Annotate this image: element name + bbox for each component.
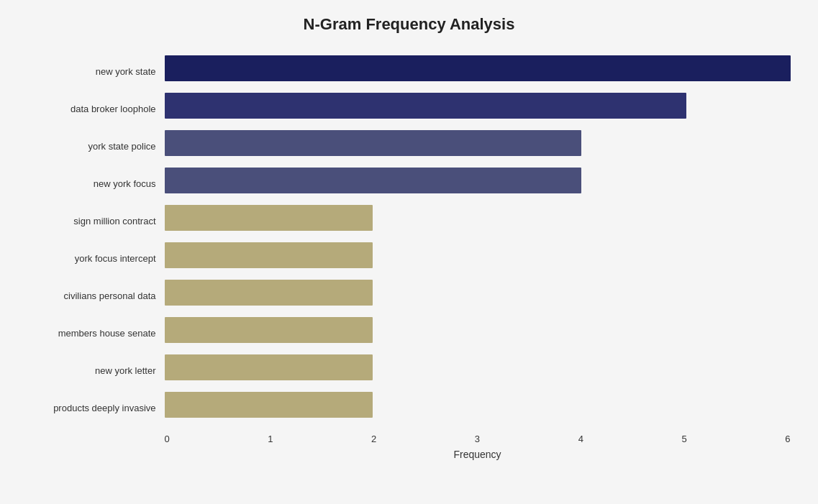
x-axis-area: 0123456 Frequency (165, 434, 791, 460)
bar-row: york state police (28, 130, 791, 162)
bar-label: new york letter (28, 365, 165, 376)
bar-label: new york state (28, 66, 165, 77)
bar-track (165, 55, 791, 87)
bar-row: new york focus (28, 168, 791, 199)
x-axis-ticks: 0123456 (165, 434, 791, 444)
bar-fill (165, 354, 373, 380)
bar-label: new york focus (28, 178, 165, 189)
bar-track (165, 168, 791, 199)
bar-track (165, 242, 791, 274)
bar-track (165, 93, 791, 124)
x-tick: 6 (785, 434, 790, 444)
bar-label: sign million contract (28, 216, 165, 226)
x-tick: 0 (165, 434, 170, 444)
bar-fill (165, 93, 686, 119)
bar-track (165, 392, 791, 423)
bar-row: new york state (28, 55, 791, 87)
bar-row: civilians personal data (28, 280, 791, 311)
bar-label: products deeply invasive (28, 403, 165, 413)
bar-label: data broker loophole (28, 104, 165, 114)
chart-container: N-Gram Frequency Analysis new york state… (14, 1, 805, 503)
bar-fill (165, 242, 373, 268)
chart-title: N-Gram Frequency Analysis (28, 15, 791, 34)
bar-row: new york letter (28, 354, 791, 386)
bar-fill (165, 130, 582, 156)
bar-row: products deeply invasive (28, 392, 791, 423)
bar-label: york focus intercept (28, 253, 165, 264)
bar-row: members house senate (28, 317, 791, 349)
bar-track (165, 280, 791, 311)
bar-label: york state police (28, 141, 165, 152)
bar-fill (165, 55, 791, 81)
bar-row: data broker loophole (28, 93, 791, 124)
bar-track (165, 205, 791, 237)
bar-row: sign million contract (28, 205, 791, 237)
bar-fill (165, 317, 373, 343)
bar-track (165, 317, 791, 349)
bar-label: members house senate (28, 328, 165, 339)
chart-area: new york statedata broker loopholeyork s… (28, 55, 791, 429)
bar-fill (165, 280, 373, 306)
bar-row: york focus intercept (28, 242, 791, 274)
bar-fill (165, 392, 373, 418)
x-tick: 4 (578, 434, 583, 444)
x-axis-label: Frequency (165, 449, 791, 460)
bar-fill (165, 205, 373, 231)
x-tick: 3 (475, 434, 480, 444)
bar-fill (165, 168, 582, 193)
x-tick: 1 (268, 434, 273, 444)
x-tick: 5 (681, 434, 686, 444)
bar-track (165, 354, 791, 386)
bar-label: civilians personal data (28, 290, 165, 301)
x-tick: 2 (371, 434, 376, 444)
bar-track (165, 130, 791, 162)
